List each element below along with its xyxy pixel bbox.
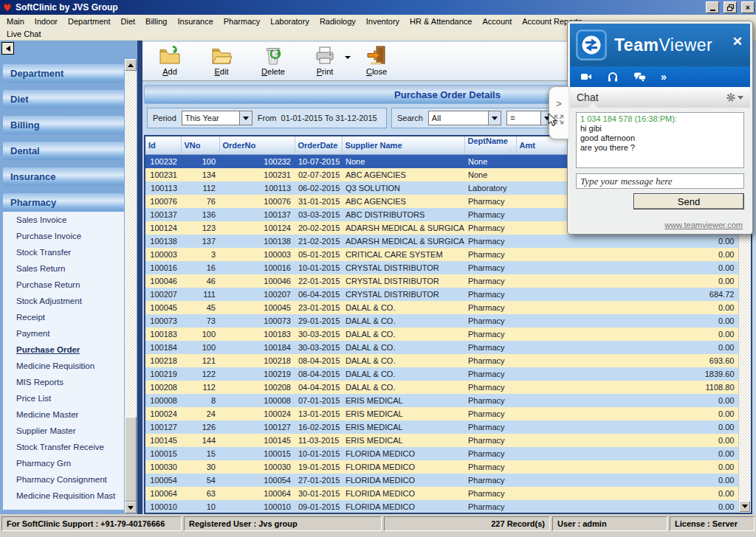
operator-select[interactable]: = [506, 111, 554, 125]
table-row[interactable]: 10013813710013821-02-2015ADARSH MEDICAL … [145, 235, 738, 248]
sidebar-section-pharmacy[interactable]: Pharmacy [3, 193, 124, 212]
table-row[interactable]: 100008810000807-01-2015ERIS MEDICALPharm… [145, 394, 738, 407]
sidebar-item-stock-adjustment[interactable]: Stock Adjustment [3, 293, 124, 309]
cell-deptname: Pharmacy [464, 394, 516, 407]
sidebar-item-medicine-requisition[interactable]: Medicine Requisition [3, 358, 124, 374]
menu-item-live-chat[interactable]: Live Chat [1, 30, 46, 38]
table-row[interactable]: 1000454510004523-01-2015DALAL & CO.Pharm… [145, 301, 738, 314]
column-header-orderno[interactable]: OrderNo [219, 136, 295, 155]
table-row[interactable]: 10018410010018430-03-2015DALAL & CO.Phar… [145, 341, 738, 354]
sidebar-section-diet[interactable]: Diet [3, 90, 124, 108]
sidebar-item-purchase-invoice[interactable]: Purchase Invoice [3, 228, 124, 244]
sidebar-item-medicine-requisition-mast[interactable]: Medicine Requisition Mast [3, 488, 124, 504]
menu-item-account[interactable]: Account [477, 17, 517, 26]
table-row[interactable]: 1000151510001510-01-2015FLORIDA MEDICOPh… [145, 447, 738, 460]
add-button[interactable]: Add [153, 44, 187, 76]
teamviewer-close-button[interactable]: ✕ [732, 35, 743, 48]
table-row[interactable]: 100003310000305-01-2015CRITICAL CARE SYS… [145, 248, 738, 261]
chat-message-input[interactable] [576, 173, 744, 189]
menu-item-hr-attendance[interactable]: HR & Attendance [405, 17, 477, 26]
sidebar-item-stock-transfer[interactable]: Stock Transfer [3, 244, 124, 260]
menu-item-radiology[interactable]: Radiology [315, 17, 361, 26]
close-button[interactable]: × [741, 1, 755, 13]
cell-orderdate: 11-03-2015 [295, 434, 342, 447]
table-row[interactable]: 1000464610004622-01-2015CRYSTAL DISTRIBU… [145, 274, 738, 288]
video-call-icon[interactable] [580, 71, 592, 83]
sidebar-section-billing[interactable]: Billing [3, 116, 124, 134]
cell-orderdate: 08-04-2015 [295, 354, 342, 367]
table-row[interactable]: 1000242410002413-01-2015ERIS MEDICALPhar… [145, 407, 738, 420]
chat-bubbles-icon[interactable] [633, 71, 646, 83]
menu-item-pharmacy[interactable]: Pharmacy [219, 17, 266, 26]
table-row[interactable]: 1000737310007329-01-2015DALAL & CO.Pharm… [145, 314, 738, 328]
table-row[interactable]: 10020811210020804-04-2015DALAL & CO.Phar… [145, 381, 738, 394]
print-button[interactable]: Print [308, 44, 342, 76]
column-header-deptname[interactable]: DeptName△ [464, 136, 516, 155]
menu-item-department[interactable]: Department [63, 17, 115, 26]
audio-headset-icon[interactable] [607, 71, 619, 83]
search-dropdown-button[interactable] [488, 111, 501, 125]
sidebar-collapse-button[interactable] [1, 42, 14, 55]
sidebar-item-purchase-order[interactable]: Purchase Order [3, 342, 124, 358]
sidebar-item-sales-invoice[interactable]: Sales Invoice [3, 212, 124, 228]
column-header-vno[interactable]: VNo [181, 136, 219, 155]
table-row[interactable]: 10018310010018330-03-2015DALAL & CO.Phar… [145, 328, 738, 341]
sidebar-item-mis-reports[interactable]: MIS Reports [3, 374, 124, 390]
menu-item-indoor[interactable]: Indoor [30, 17, 63, 26]
cell-id: 100208 [145, 381, 181, 394]
teamviewer-link[interactable]: www.teamviewer.com [664, 221, 743, 229]
table-row[interactable]: 10020711110020706-04-2015CRYSTAL DISTRIB… [145, 288, 738, 301]
cell-deptname: Pharmacy [464, 434, 516, 447]
table-row[interactable]: 10012712610012716-02-2015ERIS MEDICALPha… [145, 420, 738, 434]
sidebar-section-department[interactable]: Department [3, 64, 124, 83]
sidebar-scrollbar-thumb[interactable] [125, 417, 137, 502]
table-row[interactable]: 10021912210021908-04-2015DALAL & CO.Phar… [145, 367, 738, 381]
more-tools-icon[interactable]: » [661, 71, 667, 83]
table-row[interactable]: 1000303010003019-01-2015FLORIDA MEDICOPh… [145, 460, 738, 474]
sidebar-item-sales-return[interactable]: Sales Return [3, 260, 124, 277]
search-field-select[interactable]: All [428, 111, 501, 125]
sidebar-item-receipt[interactable]: Receipt [3, 309, 124, 325]
table-scroll-down-button[interactable] [739, 501, 750, 512]
sidebar-item-pharmacy-consignment[interactable]: Pharmacy Consignment [3, 471, 124, 488]
table-row[interactable]: 1000646310006430-01-2015FLORIDA MEDICOPh… [145, 487, 738, 500]
table-row[interactable]: 10021812110021808-04-2015DALAL & CO.Phar… [145, 354, 738, 367]
menu-item-inventory[interactable]: Inventory [361, 17, 405, 26]
cell-orderdate: 31-01-2015 [295, 195, 342, 208]
table-row[interactable]: 1000161610001610-01-2015CRYSTAL DISTRIBU… [145, 261, 738, 274]
period-dropdown-button[interactable] [239, 111, 252, 125]
cell-supplier-name: ADARSH MEDICAL & SURGICAL [342, 235, 464, 248]
collapse-chevron-icon[interactable]: > [556, 100, 562, 108]
close-form-button[interactable]: Close [360, 44, 394, 76]
send-button[interactable]: Send [633, 193, 744, 209]
sidebar-scroll-down-button[interactable] [125, 502, 137, 513]
table-row[interactable]: 1000545410005427-01-2015FLORIDA MEDICOPh… [145, 474, 738, 487]
delete-button[interactable]: Delete [256, 44, 290, 76]
menu-item-billing[interactable]: Billing [140, 17, 172, 26]
restore-button[interactable] [724, 1, 737, 13]
column-header-supplier-name[interactable]: Supplier Name [342, 136, 464, 155]
menu-item-diet[interactable]: Diet [116, 17, 141, 26]
sidebar-section-dental[interactable]: Dental [3, 142, 124, 160]
menu-item-main[interactable]: Main [1, 17, 30, 26]
sidebar-scroll-up-button[interactable] [125, 59, 137, 71]
edit-button[interactable]: Edit [205, 44, 238, 76]
sidebar-item-stock-transfer-receive[interactable]: Stock Transfer Receive [3, 439, 124, 455]
sidebar-item-pharmacy-grn[interactable]: Pharmacy Grn [3, 455, 124, 471]
menu-item-laboratory[interactable]: Laboratory [265, 17, 315, 26]
column-header-orderdate[interactable]: OrderDate [295, 136, 342, 155]
sidebar-item-price-list[interactable]: Price List [3, 390, 124, 406]
sidebar-item-medicine-master[interactable]: Medicine Master [3, 406, 124, 423]
print-dropdown-icon[interactable] [345, 56, 351, 59]
sidebar-item-purchase-return[interactable]: Purchase Return [3, 277, 124, 293]
table-row[interactable]: 1000101010001009-01-2015FLORIDA MEDICOPh… [145, 500, 738, 513]
sidebar-item-supplier-master[interactable]: Supplier Master [3, 423, 124, 439]
table-row[interactable]: 10014514410014511-03-2015ERIS MEDICALPha… [145, 434, 738, 447]
column-header-id[interactable]: Id [145, 136, 181, 155]
minimize-button[interactable] [706, 1, 719, 13]
period-select[interactable]: This Year [182, 111, 252, 125]
menu-item-insurance[interactable]: Insurance [172, 17, 218, 26]
sidebar-item-payment[interactable]: Payment [3, 325, 124, 342]
sidebar-section-insurance[interactable]: Insurance [3, 167, 124, 186]
chat-settings-button[interactable] [726, 92, 743, 103]
